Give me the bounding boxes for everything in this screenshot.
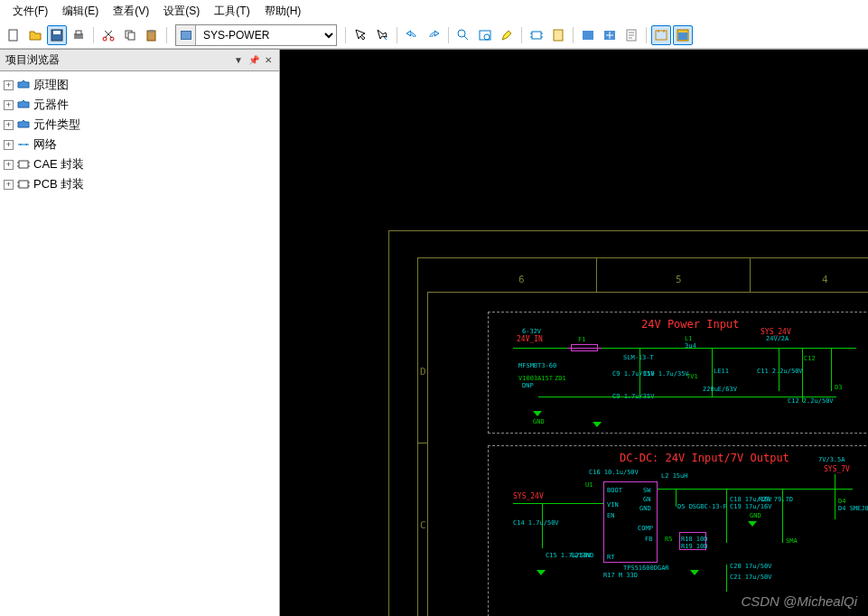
schematic-canvas[interactable]: 6 5 4 D C 24V Power Input 6-32V 24V_IN F… <box>280 50 868 616</box>
expand-icon[interactable]: + <box>4 140 14 150</box>
toolbar: SYS-POWER <box>0 23 868 49</box>
highlight-icon[interactable] <box>497 25 517 45</box>
project-browser-title: 项目浏览器 <box>5 52 60 68</box>
svg-rect-12 <box>182 32 191 39</box>
schematic-block-dcdc <box>488 445 868 616</box>
svg-rect-23 <box>678 33 687 40</box>
menu-bar: 文件(F) 编辑(E) 查看(V) 设置(S) 工具(T) 帮助(H) <box>0 0 868 23</box>
schematic-node-icon <box>16 78 31 92</box>
panel-close-icon[interactable]: ✕ <box>263 55 274 65</box>
svg-rect-10 <box>149 30 154 33</box>
schematic-icon <box>176 25 196 45</box>
svg-point-25 <box>25 144 27 145</box>
expand-icon[interactable]: + <box>4 120 14 130</box>
svg-rect-2 <box>53 31 61 34</box>
tree-item-schematic[interactable]: + 原理图 <box>2 75 277 95</box>
expand-icon[interactable]: + <box>4 100 14 110</box>
block2-title: DC-DC: 24V Input/7V Output <box>620 452 789 464</box>
paste-icon[interactable] <box>142 25 162 45</box>
report-icon[interactable] <box>621 25 641 45</box>
menu-help[interactable]: 帮助(H) <box>259 2 307 21</box>
tree-item-pcb-decals[interactable]: + PCB 封装 <box>2 174 277 194</box>
cut-icon[interactable] <box>98 25 118 45</box>
svg-rect-18 <box>583 31 593 40</box>
select-mode-icon[interactable] <box>651 25 671 45</box>
grid-row-d: D <box>420 366 426 378</box>
copy-icon[interactable] <box>120 25 140 45</box>
grid-col-4: 4 <box>822 274 828 285</box>
tree-item-nets[interactable]: + 网络 <box>2 135 277 154</box>
project-browser-header: 项目浏览器 ▼ 📌 ✕ <box>0 50 279 71</box>
svg-point-24 <box>20 144 22 145</box>
svg-rect-26 <box>19 161 28 168</box>
expand-icon[interactable]: + <box>4 160 14 170</box>
menu-tools[interactable]: 工具(T) <box>209 2 255 21</box>
zoom-icon[interactable] <box>453 25 473 45</box>
grid-col-5: 5 <box>676 274 682 285</box>
svg-rect-8 <box>128 33 135 40</box>
expand-icon[interactable]: + <box>4 80 14 90</box>
project-tree[interactable]: + 原理图 + 元器件 + 元件类型 + 网络 + C <box>0 71 279 616</box>
parttypes-node-icon <box>16 117 31 132</box>
schematic-dropdown[interactable]: SYS-POWER <box>196 25 336 45</box>
window-icon[interactable] <box>673 25 693 45</box>
new-file-icon[interactable] <box>4 25 23 45</box>
part-icon[interactable] <box>527 25 546 45</box>
tree-item-cae-decals[interactable]: + CAE 封装 <box>2 154 277 174</box>
project-browser-panel: 项目浏览器 ▼ 📌 ✕ + 原理图 + 元器件 + 元件类型 <box>0 50 280 616</box>
svg-rect-27 <box>19 181 28 188</box>
pointer-icon[interactable] <box>350 25 370 45</box>
cross-icon[interactable] <box>600 25 620 45</box>
svg-rect-17 <box>554 30 563 41</box>
tree-item-parttypes[interactable]: + 元件类型 <box>2 115 277 135</box>
panel-pin-icon[interactable]: 📌 <box>247 55 261 65</box>
menu-edit[interactable]: 编辑(E) <box>57 2 104 21</box>
grid-col-6: 6 <box>518 274 525 285</box>
expand-icon[interactable]: + <box>4 180 14 190</box>
open-file-icon[interactable] <box>25 25 45 45</box>
pcb-decal-icon <box>16 177 31 191</box>
eco-icon[interactable] <box>578 25 598 45</box>
zoom-sheet-icon[interactable] <box>475 25 495 45</box>
undo-icon[interactable] <box>402 25 422 45</box>
block1-title: 24V Power Input <box>641 318 739 331</box>
svg-rect-4 <box>76 31 81 34</box>
svg-point-13 <box>458 30 465 37</box>
cae-decal-icon <box>16 157 31 172</box>
svg-rect-0 <box>9 30 17 41</box>
svg-rect-21 <box>656 31 667 40</box>
print-icon[interactable] <box>69 25 89 45</box>
menu-settings[interactable]: 设置(S) <box>158 2 205 21</box>
move-icon[interactable] <box>372 25 392 45</box>
nets-node-icon <box>16 137 31 152</box>
menu-view[interactable]: 查看(V) <box>107 2 154 21</box>
svg-rect-16 <box>532 32 541 39</box>
redo-icon[interactable] <box>424 25 443 45</box>
tree-item-components[interactable]: + 元器件 <box>2 95 277 115</box>
schematic-selector[interactable]: SYS-POWER <box>175 24 337 46</box>
save-icon[interactable] <box>47 25 67 45</box>
sheet-icon[interactable] <box>548 25 568 45</box>
menu-file[interactable]: 文件(F) <box>7 2 53 21</box>
panel-dropdown-icon[interactable]: ▼ <box>232 55 245 65</box>
grid-row-c: C <box>420 519 426 531</box>
svg-point-15 <box>484 34 490 40</box>
components-node-icon <box>16 98 31 112</box>
